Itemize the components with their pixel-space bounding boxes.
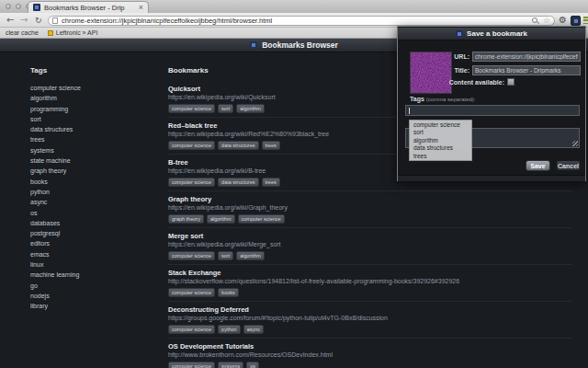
save-button[interactable]: Save [526,160,550,171]
back-icon[interactable]: ← [6,15,14,26]
bookmarks-bar-item-label: clear cache [6,29,39,36]
tag-suggestion-item[interactable]: trees [410,152,471,160]
reload-icon[interactable]: ↻ [35,15,42,26]
sidebar-tag-link[interactable]: postgresql [30,228,150,238]
popup-header: Save a bookmark [398,28,585,40]
sidebar-tag-link[interactable]: data structures [30,124,150,134]
sidebar-tag-link[interactable]: trees [30,134,150,144]
sidebar-tag-link[interactable]: nodejs [30,291,150,301]
sidebar-tag-link[interactable]: editors [30,238,150,248]
bookmark-tag-pill[interactable]: computer science [168,362,215,368]
bookmarks-bar-item-clear-cache[interactable]: clear cache [6,29,39,36]
bookmark-tag-pill[interactable]: data structures [218,141,258,150]
window-close-button[interactable] [6,4,11,9]
sidebar-tag-link[interactable]: computer science [30,83,150,93]
bookmark-tag-pill[interactable]: data structures [218,178,258,187]
bookmark-tag-pill[interactable]: computer science [168,104,215,113]
title-label: Title: [416,67,469,74]
title-field[interactable] [472,65,581,75]
bookmark-title[interactable]: Merge sort [168,232,572,240]
bookmark-url[interactable]: https://en.wikipedia.org/wiki/Merge_sort [168,241,572,248]
bookmark-tag-pill[interactable]: algorithm [236,104,265,113]
bookmark-title[interactable]: Deconstructing Deferred [168,305,572,314]
forward-icon[interactable]: → [20,15,28,26]
bookmark-tag-pill[interactable]: sort [218,104,233,113]
sidebar-tag-link[interactable]: algorithm [30,93,150,103]
sidebar-tag-link[interactable]: library [30,301,150,311]
bookmark-tag-pill[interactable]: computer science [238,214,285,224]
bookmark-tag-pill[interactable]: trees [262,178,280,187]
sidebar-tag-link[interactable]: os [30,208,150,218]
bookmark-tags: computer sciencepythonasync [168,325,572,333]
tag-suggestions-dropdown: computer sciencesortalgorithmdata struct… [409,120,472,161]
bookmark-url[interactable]: https://en.wikipedia.org/wiki/Graph_theo… [168,204,572,212]
bookmark-tag-pill[interactable]: systems [218,362,243,368]
bookmark-tag-pill[interactable]: computer science [168,178,215,187]
leftronic-favicon-icon [48,30,53,36]
page-icon [52,17,58,24]
bookmark-tag-pill[interactable]: computer science [168,288,215,297]
bookmark-tag-pill[interactable]: trees [262,141,280,150]
bookmark-title[interactable]: Graph theory [168,195,572,203]
window-minimize-button[interactable] [16,4,21,9]
bookmark-title[interactable]: Stack Exchange [168,269,572,277]
extension-button[interactable] [571,16,581,26]
sidebar-tag-link[interactable]: linux [30,259,150,270]
bookmark-item: Stack Exchange http://stackoverflow.com/… [168,265,572,302]
app-logo-icon [250,41,257,49]
sidebar-tag-link[interactable]: databases [30,218,150,228]
menu-icon[interactable] [583,17,588,24]
bookmarks-bar-item-leftronic[interactable]: Leftronic » API [48,29,98,36]
bookmark-tag-pill[interactable]: async [243,325,264,334]
bookmark-tag-pill[interactable]: computer science [168,251,215,260]
tags-hint: (comma separated): [426,97,476,102]
sidebar-tag-link[interactable]: books [30,177,150,187]
url-field[interactable] [472,52,581,62]
bookmark-tag-pill[interactable]: python [218,325,241,334]
sidebar-tag-link[interactable]: programming [30,104,150,114]
tag-suggestion-item[interactable]: computer science [410,121,471,129]
bookmark-tag-pill[interactable]: books [218,288,239,297]
bookmark-tag-pill[interactable]: os [246,362,259,368]
bookmark-tag-pill[interactable]: algorithm [207,214,235,224]
cancel-button[interactable]: Cancel [556,160,581,171]
bookmark-tag-pill[interactable]: computer science [168,325,215,334]
bookmark-tags: computer sciencebooks [168,288,572,296]
bookmark-tags: computer sciencesystemsos [168,362,572,368]
tag-suggestion-item[interactable]: data structures [410,144,471,153]
bookmark-tag-pill[interactable]: sort [218,251,233,260]
content-available-checkbox[interactable] [507,78,514,86]
address-bar[interactable]: chrome-extension://jkpicjblnanicplfeceff… [48,16,555,26]
bookmark-title[interactable]: OS Development Tutorials [168,342,572,351]
sidebar-tag-link[interactable]: systems [30,145,150,155]
bookmark-star-icon[interactable]: ☆ [543,17,550,25]
tab-close-icon[interactable]: × [139,4,143,11]
gear-icon[interactable]: ⚙ [559,15,567,26]
bookmark-tag-pill[interactable]: computer science [168,141,215,150]
app-logo-icon [456,30,463,38]
bookmark-url[interactable]: https://groups.google.com/forum/#!topic/… [168,315,572,322]
sidebar-tag-link[interactable]: machine learning [30,270,150,280]
bookmark-url[interactable]: http://stackoverflow.com/questions/19481… [168,278,572,285]
bookmark-url[interactable]: http://www.brokenthorn.com/Resources/OSD… [168,351,572,359]
sidebar-tag-link[interactable]: sort [30,114,150,124]
address-url[interactable]: chrome-extension://jkpicjblnanicplfeceff… [62,17,532,25]
bookmark-item: Merge sort https://en.wikipedia.org/wiki… [168,228,572,265]
tags-label: Tags (comma separated): [410,96,475,102]
bookmark-tag-pill[interactable]: algorithm [236,251,265,260]
sidebar-tag-link[interactable]: go [30,281,150,291]
tags-input[interactable] [405,105,580,116]
sidebar-tag-link[interactable]: state machine [30,155,150,166]
tag-suggestion-item[interactable]: sort [410,129,471,137]
sidebar-tag-link[interactable]: graph theory [30,166,150,176]
bookmark-tag-pill[interactable]: graph theory [168,214,204,224]
sidebar-tag-link[interactable]: emacs [30,249,150,259]
resize-grip-icon[interactable] [572,141,578,146]
popup-title: Save a bookmark [467,29,527,38]
sidebar-tag-link[interactable]: python [30,187,150,197]
tab-bookmarks-browser[interactable]: Bookmarks Browser - Drip × [28,1,149,13]
tag-suggestion-item[interactable]: algorithm [410,136,471,144]
sidebar-tag-link[interactable]: async [30,197,150,207]
search-icon[interactable] [532,17,537,23]
bookmark-tags: graph theoryalgorithmcomputer science [168,214,572,223]
